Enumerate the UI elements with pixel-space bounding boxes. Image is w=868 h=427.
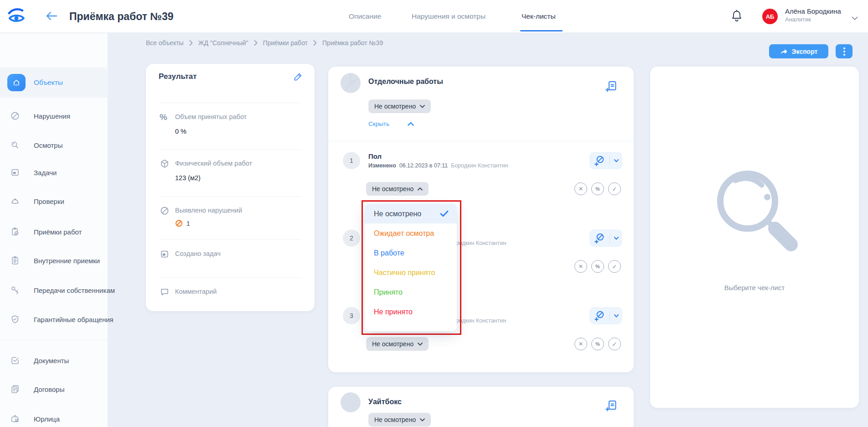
violation-orange-icon	[175, 219, 183, 227]
percent-icon: %	[160, 112, 167, 122]
reject-circle-icon[interactable]: ✕	[574, 260, 587, 273]
sidebar-item-label: Нарушения	[34, 112, 70, 120]
sidebar-item-label: Приёмки работ	[34, 228, 82, 236]
changed-label: Изменено	[368, 162, 396, 169]
checklist-avatar	[341, 392, 361, 412]
key-icon	[10, 285, 20, 295]
row-label: Создано задач	[175, 250, 221, 257]
sidebar-item-legal-entities[interactable]: Юрлица	[0, 410, 108, 427]
violations-count: 1	[186, 220, 190, 227]
add-checklist-icon[interactable]	[605, 400, 617, 412]
app-logo-eye-icon	[7, 8, 26, 26]
share-icon	[780, 48, 788, 55]
chevron-up-icon	[418, 187, 423, 191]
chevron-down-icon[interactable]	[610, 314, 622, 318]
chevron-down-icon	[420, 105, 425, 108]
export-button[interactable]: Экспорт	[769, 44, 828, 58]
accept-circle-icon[interactable]: ✓	[608, 182, 621, 195]
tab-violations-inspections[interactable]: Нарушения и осмотры	[412, 0, 486, 33]
partial-circle-icon[interactable]: %	[591, 338, 604, 350]
task-card-icon	[10, 167, 20, 177]
sidebar-item-work-acceptances[interactable]: Приёмки работ	[0, 223, 108, 241]
tab-description[interactable]: Описание	[349, 0, 381, 33]
add-violation-icon	[589, 155, 610, 167]
edit-pencil-icon[interactable]	[293, 72, 303, 82]
more-actions-kebab-button[interactable]	[836, 44, 852, 58]
reject-circle-icon[interactable]: ✕	[574, 182, 587, 195]
option-label: Ожидает осмотра	[374, 229, 434, 237]
checklist-status-pill[interactable]: Не осмотрено	[368, 99, 431, 113]
chevron-down-icon[interactable]	[610, 237, 622, 240]
user-name: Алёна Бородкина	[785, 7, 841, 15]
item-status-pill[interactable]: Не осмотрено	[366, 182, 429, 196]
result-row-tasks: Создано задач	[159, 240, 302, 277]
task-card-icon	[160, 249, 170, 259]
dropdown-option-accepted[interactable]: Принято	[365, 282, 457, 302]
add-checklist-icon[interactable]	[605, 80, 617, 93]
dropdown-option-in-progress[interactable]: В работе	[365, 243, 457, 263]
partial-circle-icon[interactable]: %	[591, 182, 604, 195]
app-header: Приёмка работ №39 Описание Нарушения и о…	[0, 0, 868, 33]
item-actions: ✕ % ✓	[574, 338, 621, 350]
sidebar-item-contracts[interactable]: Договоры	[0, 380, 108, 398]
hide-link[interactable]: Скрыть	[368, 120, 414, 127]
sidebar-item-owner-transfers[interactable]: Передачи собственникам	[0, 281, 108, 299]
item-number: 2	[343, 229, 360, 247]
checklist-avatar	[341, 73, 361, 93]
clipboard-list-icon	[10, 255, 20, 266]
user-menu-chevron-down-icon[interactable]	[852, 14, 858, 22]
notifications-bell-icon[interactable]	[730, 9, 743, 25]
sidebar-item-inspections[interactable]: Осмотры	[0, 136, 108, 154]
breadcrumb-acceptances[interactable]: Приёмки работ	[263, 39, 308, 47]
add-violation-split-button[interactable]	[589, 229, 622, 247]
sidebar-item-documents[interactable]: Документы	[0, 351, 108, 370]
row-value: 0 %	[175, 128, 186, 135]
partial-circle-icon[interactable]: %	[591, 260, 604, 273]
annotation-red-rectangle: Не осмотрено Ожидает осмотра В работе Ча…	[362, 200, 461, 335]
add-violation-split-button[interactable]	[589, 307, 622, 324]
sidebar-item-label: Осмотры	[34, 141, 63, 149]
sidebar: Объекты Нарушения Осмотры Задачи	[0, 33, 108, 427]
accept-circle-icon[interactable]: ✓	[608, 260, 621, 273]
dropdown-option-partially-accepted[interactable]: Частично принято	[365, 263, 457, 282]
reject-circle-icon[interactable]: ✕	[574, 338, 587, 350]
comment-icon	[160, 287, 170, 297]
cube-icon	[160, 159, 170, 169]
active-tab-underline	[520, 30, 563, 31]
user-block[interactable]: Алёна Бородкина Аналитик	[785, 7, 841, 23]
breadcrumb-project[interactable]: ЖД "Солнечный"	[198, 39, 248, 47]
sidebar-item-checks[interactable]: Проверки	[0, 192, 108, 210]
status-label: Не осмотрено	[374, 416, 416, 423]
item-status-pill[interactable]: Не осмотрено	[366, 337, 429, 351]
add-violation-split-button[interactable]	[589, 152, 622, 169]
sidebar-item-violations[interactable]: Нарушения	[0, 107, 108, 125]
accept-circle-icon[interactable]: ✓	[608, 338, 621, 350]
user-avatar[interactable]: АБ	[762, 9, 778, 24]
row-label: Комментарий	[175, 288, 217, 295]
breadcrumb: Все объекты ЖД "Солнечный" Приёмки работ…	[146, 39, 383, 47]
dropdown-option-awaiting-inspection[interactable]: Ожидает осмотра	[365, 224, 457, 243]
status-label: Не осмотрено	[372, 185, 413, 193]
sidebar-item-internal-acceptances[interactable]: Внутренние приемки	[0, 251, 108, 270]
breadcrumb-all-objects[interactable]: Все объекты	[146, 39, 184, 47]
sidebar-item-tasks[interactable]: Задачи	[0, 163, 108, 182]
dropdown-option-not-accepted[interactable]: Не принято	[365, 302, 457, 322]
tab-checklists[interactable]: Чек-листы	[522, 0, 556, 33]
add-violation-icon	[589, 310, 610, 322]
checklist-status-pill[interactable]: Не осмотрено	[368, 413, 431, 427]
chevron-right-icon	[313, 40, 317, 46]
chevron-up-icon	[408, 122, 414, 126]
dropdown-option-not-inspected[interactable]: Не осмотрено	[365, 204, 457, 224]
chevron-down-icon[interactable]	[610, 159, 622, 162]
option-label: Частично принято	[374, 269, 435, 276]
item-number: 1	[343, 152, 360, 169]
back-arrow-icon[interactable]	[46, 11, 57, 23]
row-value: 123 (м2)	[175, 174, 201, 182]
sidebar-item-label: Проверки	[34, 198, 64, 205]
sidebar-item-label: Документы	[34, 357, 69, 365]
sidebar-item-objects[interactable]: Объекты	[0, 68, 108, 98]
main-content: Все объекты ЖД "Солнечный" Приёмки работ…	[108, 33, 868, 427]
result-row-violations: Выявлено нарушений 1	[159, 196, 302, 240]
page-title: Приёмка работ №39	[69, 0, 174, 33]
sidebar-item-warranty-claims[interactable]: Гарантийные обращения	[0, 310, 108, 328]
